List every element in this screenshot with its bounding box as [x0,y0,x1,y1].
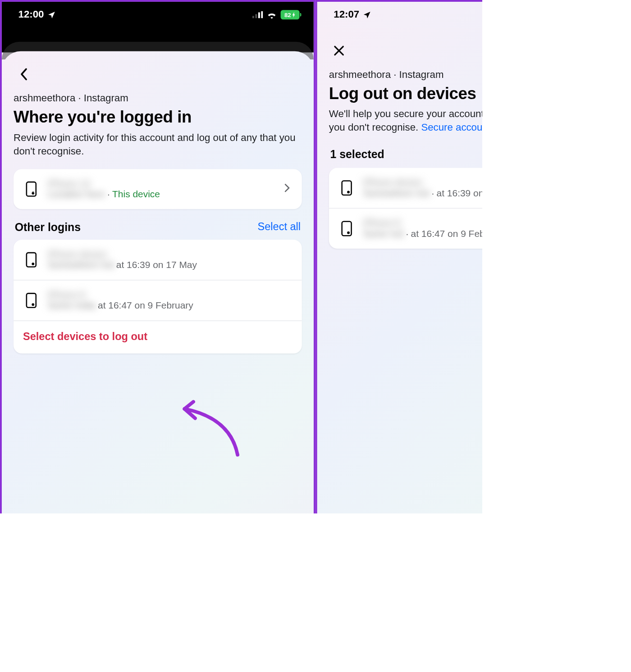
page-description: Review login activity for this account a… [14,132,302,159]
svg-point-17 [347,232,350,234]
svg-rect-0 [252,16,254,18]
screenshot-left: 12:00 82 arshmeethora · Instagram Where … [0,0,316,513]
svg-rect-1 [255,14,257,18]
device-name-masked: iPhone 8 [363,218,401,229]
svg-point-9 [32,303,34,306]
wifi-icon [266,11,277,18]
device-name-masked: iPhone device [363,177,422,188]
status-bar: 12:07 82 [317,2,482,28]
current-device-card[interactable]: iPhone 14 Location here · This device [14,169,302,209]
annotation-arrow-icon [173,396,249,461]
devices-card: iPhone device Somewhere Ind · at 16:39 o… [329,168,482,249]
svg-rect-6 [27,253,36,267]
device-location-masked: Location here [48,189,105,200]
login-time: at 16:39 on 17 May [116,260,197,271]
secure-account-link[interactable]: Secure account [421,122,482,133]
device-row[interactable]: iPhone device Somewhere Ind · at 16:39 o… [329,168,482,208]
back-button[interactable] [14,64,33,84]
login-row[interactable]: iPhone 8 Some India at 16:47 on 9 Februa… [14,280,302,320]
battery-icon: 82 [281,10,300,19]
page-title: Where you're logged in [14,108,302,127]
location-icon [47,10,56,19]
svg-point-7 [32,263,34,265]
screenshot-right: 12:07 82 arshmeethora · Instagram Log ou… [316,0,482,513]
svg-point-15 [347,191,350,193]
device-location-masked: Somewhere Ind [48,260,114,271]
breadcrumb: arshmeethora · Instagram [14,92,302,104]
location-icon [363,10,372,19]
login-time: at 16:47 on 9 February [411,228,482,239]
selected-count: 1 selected [330,148,384,161]
svg-rect-4 [27,182,36,196]
device-location-masked: Somewhere Ind [363,188,430,199]
phone-apple-icon [25,251,38,268]
close-button[interactable] [329,41,349,60]
this-device-label: This device [112,189,160,200]
svg-point-5 [32,192,34,195]
other-logins-heading: Other logins [15,221,81,234]
other-logins-card: iPhone device Somewhere Ind at 16:39 on … [14,240,302,353]
device-name-masked: iPhone 14 [48,178,90,189]
phone-apple-icon [340,220,353,237]
device-row[interactable]: iPhone 8 Some Ind · at 16:47 on 9 Februa… [329,208,482,249]
chevron-left-icon [19,68,27,81]
select-all-link[interactable]: Select all [258,221,301,233]
chevron-right-icon [284,183,292,195]
status-bar: 12:00 82 [2,2,314,28]
login-row[interactable]: iPhone device Somewhere Ind at 16:39 on … [14,240,302,280]
phone-apple-icon [25,181,38,197]
device-location-masked: Some India [48,300,96,311]
cellular-icon [252,11,263,18]
device-name-masked: iPhone 8 [48,290,85,300]
login-time: at 16:39 on 17 May [437,188,482,199]
page-description: We'll help you secure your account in ca… [329,108,482,135]
breadcrumb: arshmeethora · Instagram [329,69,482,81]
phone-apple-icon [340,180,353,196]
svg-rect-8 [27,293,36,307]
page-title: Log out on devices [329,84,482,103]
status-time: 12:00 [18,9,44,21]
device-name-masked: iPhone device [48,249,107,260]
select-devices-logout-link[interactable]: Select devices to log out [14,320,302,353]
svg-rect-3 [261,11,263,18]
close-icon [333,45,345,56]
svg-rect-2 [258,12,260,18]
svg-rect-16 [342,222,352,236]
device-location-masked: Some Ind [363,228,404,239]
phone-apple-icon [25,292,38,309]
login-time: at 16:47 on 9 February [98,300,193,311]
status-time: 12:07 [334,9,359,21]
svg-rect-14 [342,181,352,195]
